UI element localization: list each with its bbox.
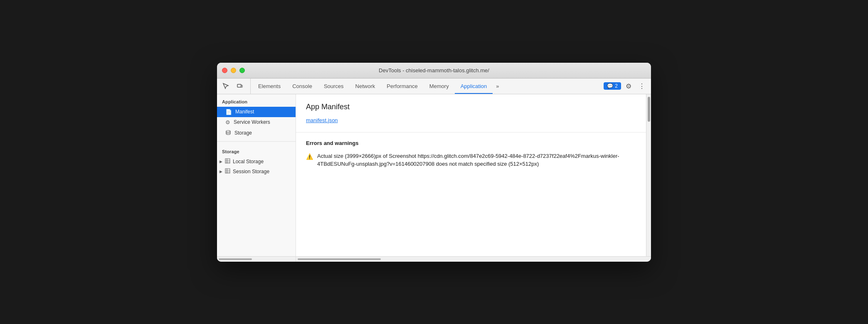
sidebar-item-service-workers-label: Service Workers	[234, 119, 270, 125]
sidebar-item-session-storage[interactable]: ▶ Session Storage	[217, 167, 296, 177]
settings-icon[interactable]: ⚙	[623, 80, 634, 92]
sidebar: Application 📄 Manifest ⚙ Service Workers…	[217, 94, 296, 256]
sidebar-item-local-storage[interactable]: ▶ Local Storage	[217, 157, 296, 167]
tab-network[interactable]: Network	[350, 79, 381, 94]
manifest-icon: 📄	[225, 109, 232, 115]
session-storage-label: Session Storage	[233, 169, 269, 174]
svg-rect-3	[225, 159, 230, 163]
svg-point-2	[226, 130, 230, 132]
tab-elements[interactable]: Elements	[252, 79, 286, 94]
devtools-window: DevTools - chiseled-mammoth-talos.glitch…	[217, 63, 651, 262]
close-button[interactable]	[222, 68, 227, 73]
sidebar-item-service-workers[interactable]: ⚙ Service Workers	[217, 117, 296, 128]
session-storage-arrow-icon: ▶	[219, 169, 222, 174]
storage-icon	[225, 130, 231, 137]
session-storage-table-icon	[225, 168, 230, 175]
warning-icon: ⚠️	[306, 152, 313, 168]
toolbar-right: 💬 2 ⚙ ⋮	[604, 80, 648, 92]
device-toggle-icon[interactable]	[234, 81, 245, 91]
title-bar: DevTools - chiseled-mammoth-talos.glitch…	[217, 63, 651, 79]
traffic-lights	[222, 68, 245, 73]
svg-rect-1	[241, 85, 242, 87]
window-title: DevTools - chiseled-mammoth-talos.glitch…	[379, 67, 489, 74]
more-options-icon[interactable]: ⋮	[636, 80, 648, 92]
messages-badge[interactable]: 💬 2	[604, 82, 621, 90]
service-workers-icon: ⚙	[225, 119, 230, 125]
application-section-label: Application	[217, 94, 296, 107]
storage-section-label: Storage	[217, 144, 296, 157]
sidebar-item-manifest-label: Manifest	[235, 109, 254, 115]
scrollbar-thumb	[648, 97, 650, 122]
content-panel: App Manifest manifest.json Errors and wa…	[296, 94, 651, 256]
content-title: App Manifest	[306, 103, 641, 111]
content-scrollbar-thumb	[298, 258, 381, 260]
tab-bar: Elements Console Sources Network Perform…	[217, 79, 651, 94]
svg-rect-0	[237, 84, 241, 87]
sidebar-item-storage-label: Storage	[234, 130, 252, 136]
local-storage-table-icon	[225, 158, 230, 165]
error-text: Actual size (3999×2666)px of Screenshot …	[317, 152, 641, 168]
content-scrollbar[interactable]	[646, 94, 651, 256]
tab-list: Elements Console Sources Network Perform…	[252, 79, 604, 94]
error-item: ⚠️ Actual size (3999×2666)px of Screensh…	[306, 152, 641, 168]
inspect-icon[interactable]	[220, 81, 231, 91]
sidebar-scrollbar-thumb	[219, 258, 252, 260]
tab-performance[interactable]: Performance	[381, 79, 423, 94]
tab-console[interactable]: Console	[286, 79, 318, 94]
errors-title: Errors and warnings	[306, 140, 641, 146]
bottom-area	[217, 256, 651, 262]
manifest-section: App Manifest manifest.json	[296, 94, 651, 133]
minimize-button[interactable]	[231, 68, 236, 73]
main-area: Application 📄 Manifest ⚙ Service Workers…	[217, 94, 651, 256]
errors-section: Errors and warnings ⚠️ Actual size (3999…	[296, 133, 651, 176]
tab-application[interactable]: Application	[455, 79, 493, 94]
badge-icon: 💬	[607, 83, 613, 89]
sidebar-bottom-scroll[interactable]	[217, 257, 296, 262]
content-bottom-scroll[interactable]	[296, 257, 651, 262]
svg-rect-7	[225, 169, 230, 173]
sidebar-item-storage[interactable]: Storage	[217, 128, 296, 139]
sidebar-divider	[217, 141, 296, 142]
manifest-link[interactable]: manifest.json	[306, 117, 338, 123]
tab-sources[interactable]: Sources	[318, 79, 350, 94]
local-storage-label: Local Storage	[233, 159, 264, 164]
more-tabs-button[interactable]: »	[493, 83, 502, 89]
tab-memory[interactable]: Memory	[424, 79, 455, 94]
sidebar-item-manifest[interactable]: 📄 Manifest	[217, 107, 296, 117]
local-storage-arrow-icon: ▶	[219, 160, 222, 164]
badge-count: 2	[615, 83, 618, 89]
toolbar-icons	[220, 79, 251, 94]
maximize-button[interactable]	[239, 68, 245, 73]
